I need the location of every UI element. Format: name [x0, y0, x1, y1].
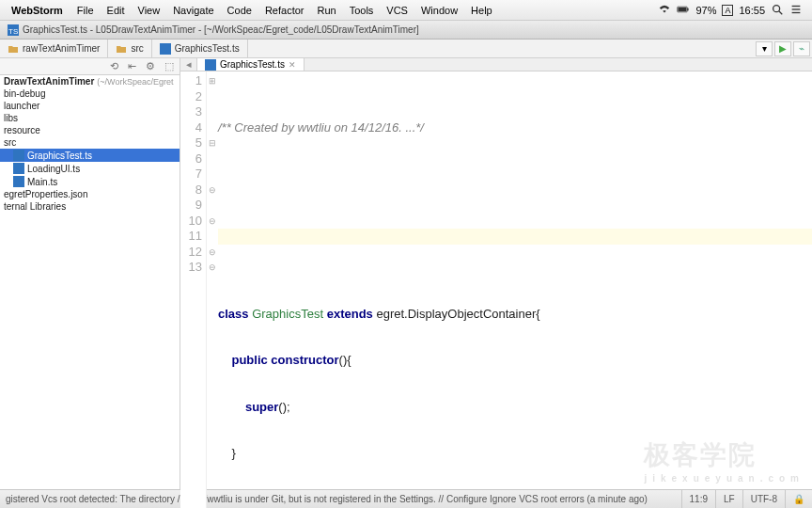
- tree-folder-src[interactable]: src: [0, 136, 180, 149]
- menu-code[interactable]: Code: [221, 5, 258, 16]
- tree-file-egretprops[interactable]: egretProperties.json: [0, 188, 180, 200]
- gear-icon[interactable]: ⚙: [146, 60, 155, 72]
- tab-scroll-left[interactable]: ◂: [180, 58, 197, 71]
- sidebar-toolbar: ⟲ ⇤ ⚙ ⬚: [0, 58, 180, 75]
- crumb-project[interactable]: rawTextAnimTimer: [0, 40, 108, 57]
- project-tree[interactable]: DrawTextAnimTimer (~/WorkSpeac/Egret bin…: [0, 75, 180, 489]
- tree-file-main[interactable]: Main.ts: [0, 175, 180, 188]
- code-comment: /** Created by wwtliu on 14/12/16. ...*/: [218, 120, 424, 135]
- folder-icon: [8, 43, 19, 55]
- collapse-icon[interactable]: ⇤: [128, 60, 136, 72]
- svg-rect-13: [13, 176, 24, 187]
- battery-percent: 97%: [695, 5, 716, 16]
- wifi-icon[interactable]: [658, 3, 671, 18]
- run-config-dropdown[interactable]: ▾: [756, 41, 773, 56]
- editor-tabs: ◂ GraphicsTest.ts ✕: [180, 58, 812, 71]
- menu-tools[interactable]: Tools: [343, 5, 381, 16]
- title-filename: GraphicsTest.ts: [23, 24, 87, 35]
- window-titlebar: TS GraphicsTest.ts - L05DrawTextAnimTime…: [0, 21, 812, 40]
- menu-edit[interactable]: Edit: [101, 5, 132, 16]
- breadcrumb-bar: rawTextAnimTimer src GraphicsTest.ts ▾ ▶…: [0, 40, 812, 58]
- menu-help[interactable]: Help: [464, 5, 499, 16]
- menu-navigate[interactable]: Navigate: [166, 5, 220, 16]
- svg-text:TS: TS: [8, 27, 18, 36]
- tab-label: GraphicsTest.ts: [220, 59, 285, 70]
- notification-icon[interactable]: [789, 3, 803, 18]
- close-icon[interactable]: ✕: [289, 60, 296, 70]
- ts-file-icon: [13, 163, 24, 174]
- tree-folder[interactable]: libs: [0, 112, 180, 124]
- battery-icon[interactable]: [677, 3, 690, 18]
- title-project: L05DrawTextAnimTimer: [96, 24, 195, 35]
- crumb-file[interactable]: GraphicsTest.ts: [152, 40, 248, 57]
- code-content[interactable]: /** Created by wwtliu on 14/12/16. ...*/…: [218, 71, 812, 508]
- editor-tab-active[interactable]: GraphicsTest.ts ✕: [197, 58, 304, 71]
- menu-vcs[interactable]: VCS: [380, 5, 414, 16]
- tree-folder[interactable]: launcher: [0, 100, 180, 112]
- ts-file-icon: [160, 43, 171, 55]
- menu-window[interactable]: Window: [414, 5, 464, 16]
- line-gutter: 12345678910111213: [180, 71, 207, 508]
- tree-file-graphicstest[interactable]: GraphicsTest.ts: [0, 149, 180, 162]
- project-sidebar: ⟲ ⇤ ⚙ ⬚ DrawTextAnimTimer (~/WorkSpeac/E…: [0, 58, 180, 489]
- menu-view[interactable]: View: [132, 5, 167, 16]
- menu-run[interactable]: Run: [310, 5, 342, 16]
- clock[interactable]: 16:55: [739, 5, 765, 16]
- svg-rect-11: [13, 150, 24, 161]
- sync-icon[interactable]: ⟲: [110, 60, 118, 72]
- folder-icon: [116, 43, 127, 55]
- tree-folder[interactable]: resource: [0, 124, 180, 136]
- run-button[interactable]: ▶: [774, 41, 791, 56]
- svg-line-4: [779, 10, 783, 14]
- ts-file-icon: [13, 150, 24, 161]
- crumb-src[interactable]: src: [108, 40, 151, 57]
- svg-point-3: [773, 5, 780, 11]
- hide-icon[interactable]: ⬚: [164, 60, 174, 72]
- title-path: [~/WorkSpeac/Egret_code/L05DrawTextAnimT…: [204, 24, 419, 35]
- input-icon[interactable]: A: [722, 5, 733, 16]
- editor-area: ◂ GraphicsTest.ts ✕ 12345678910111213 ⊞⊟…: [180, 58, 812, 489]
- tree-root[interactable]: DrawTextAnimTimer (~/WorkSpeac/Egret: [0, 75, 180, 87]
- tree-folder[interactable]: bin-debug: [0, 87, 180, 100]
- tree-external-libs[interactable]: ternal Libraries: [0, 200, 180, 213]
- spotlight-icon[interactable]: [771, 3, 784, 18]
- svg-rect-14: [205, 59, 216, 71]
- svg-rect-2: [679, 7, 687, 10]
- debug-button[interactable]: ⌁: [793, 41, 810, 56]
- svg-rect-12: [13, 163, 24, 174]
- svg-rect-1: [688, 8, 689, 10]
- ts-file-icon: TS: [8, 24, 19, 36]
- code-editor[interactable]: 12345678910111213 ⊞⊟⊖⊖⊖⊖ /** Created by …: [180, 71, 812, 508]
- svg-rect-10: [160, 43, 171, 55]
- app-name[interactable]: WebStorm: [4, 5, 70, 16]
- os-menubar: WebStorm File Edit View Navigate Code Re…: [0, 0, 812, 21]
- ts-file-icon: [205, 59, 216, 71]
- menu-refactor[interactable]: Refactor: [258, 5, 311, 16]
- fold-gutter[interactable]: ⊞⊟⊖⊖⊖⊖: [207, 71, 218, 508]
- menu-file[interactable]: File: [70, 5, 101, 16]
- ts-file-icon: [13, 176, 24, 187]
- tree-file-loadingui[interactable]: LoadingUI.ts: [0, 162, 180, 175]
